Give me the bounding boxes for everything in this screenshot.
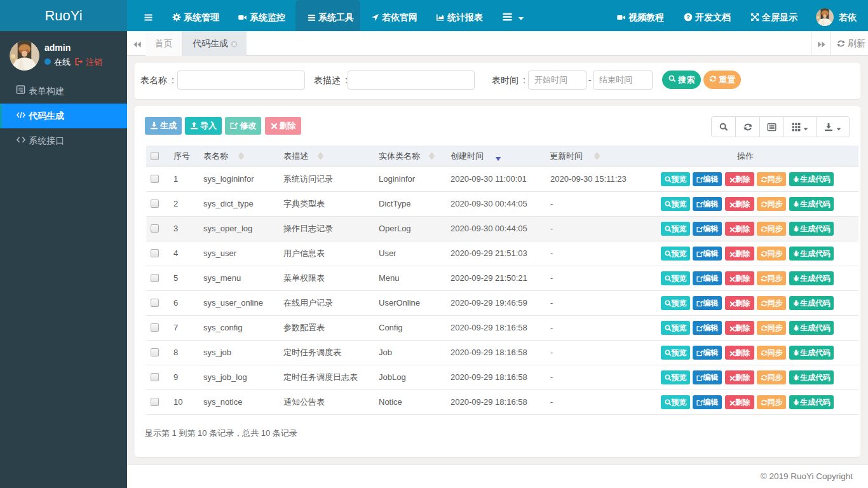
- svg-text:?: ?: [686, 13, 690, 20]
